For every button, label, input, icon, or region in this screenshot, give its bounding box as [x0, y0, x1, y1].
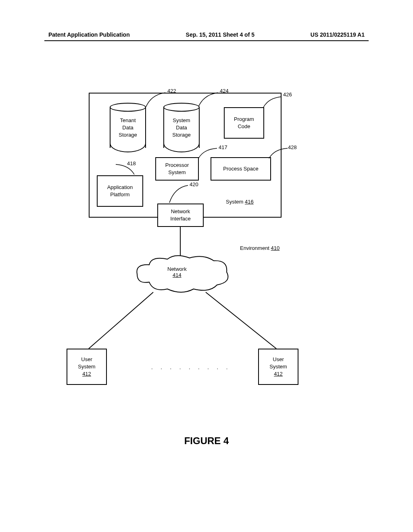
leader-420	[169, 183, 191, 206]
system-data-storage: System Data Storage	[163, 103, 200, 151]
header-left: Patent Application Publication	[48, 31, 130, 38]
program-code: Program Code	[224, 107, 264, 139]
ref-424: 424	[220, 88, 229, 94]
page-header: Patent Application Publication Sep. 15, …	[0, 31, 413, 38]
ref-422: 422	[167, 88, 176, 94]
system-label: System 416	[226, 199, 254, 205]
ellipsis: . . . . . . . . .	[151, 364, 231, 370]
header-divider	[44, 40, 369, 41]
network-label: Network 414	[167, 266, 187, 278]
application-platform: Application Platform	[97, 175, 143, 207]
ref-418: 418	[127, 160, 136, 166]
leader-428	[268, 147, 290, 161]
header-center: Sep. 15, 2011 Sheet 4 of 5	[186, 31, 254, 38]
user-system-left: User System 412	[67, 349, 107, 385]
environment-label: Environment 410	[240, 245, 280, 251]
diagram: Tenant Data Storage 422 System Data Stor…	[89, 93, 307, 391]
user-system-right: User System 412	[258, 349, 298, 385]
figure-title: FIGURE 4	[0, 435, 413, 447]
leader-426	[262, 95, 284, 111]
processor-system: Processor System	[155, 157, 199, 181]
ref-426: 426	[283, 91, 292, 98]
header-right: US 2011/0225119 A1	[311, 31, 365, 38]
ref-420: 420	[190, 181, 198, 187]
svg-line-0	[89, 292, 153, 349]
ref-417: 417	[219, 144, 227, 150]
process-space: Process Space	[211, 157, 271, 181]
connectors-cloud-users	[73, 290, 298, 355]
leader-424	[198, 91, 222, 109]
svg-line-1	[206, 292, 276, 349]
tenant-data-storage: Tenant Data Storage	[110, 103, 146, 151]
network-interface: Network Interface	[157, 204, 204, 227]
ref-428: 428	[288, 144, 297, 150]
